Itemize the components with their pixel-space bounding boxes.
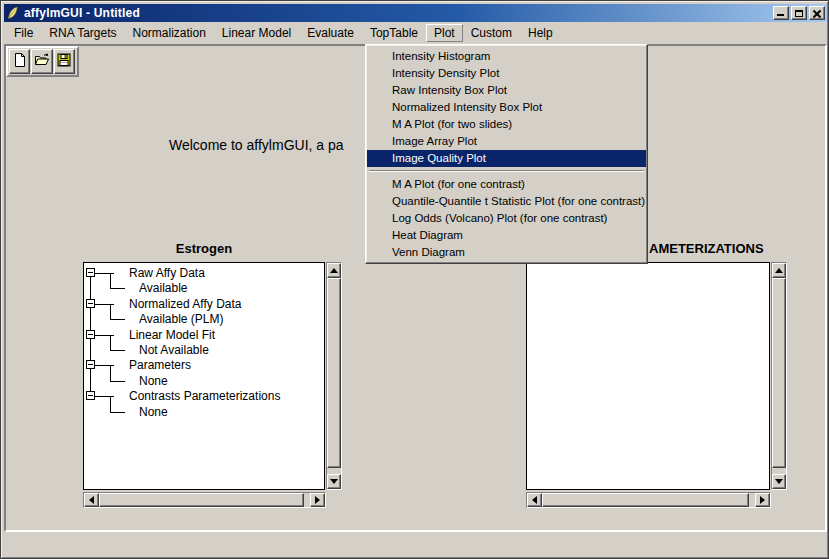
- menubar-item-rna-targets[interactable]: RNA Targets: [41, 24, 124, 42]
- tree-item-raw-affy-data[interactable]: Raw Affy Data: [129, 266, 205, 281]
- tree-item-status[interactable]: Not Available: [139, 343, 209, 358]
- menubar-item-normalization[interactable]: Normalization: [125, 24, 214, 42]
- arrow-left-icon: [532, 496, 537, 504]
- tree-line: [95, 304, 114, 305]
- arrow-up-icon: [330, 268, 338, 273]
- menu-bar: FileRNA TargetsNormalizationLinear Model…: [4, 22, 827, 44]
- app-window: affylmGUI - Untitled FileRNA TargetsNorm…: [0, 0, 829, 559]
- tree-item-linear-model-fit[interactable]: Linear Model Fit: [129, 328, 215, 343]
- tree-collapse-toggle[interactable]: [86, 299, 95, 308]
- plot-menu-item-venn-diagram[interactable]: Venn Diagram: [367, 244, 646, 261]
- tree-line: [95, 335, 114, 336]
- scroll-up-button[interactable]: [772, 263, 786, 278]
- menubar-item-custom[interactable]: Custom: [463, 24, 520, 42]
- left-panel-vertical-scrollbar[interactable]: [326, 262, 342, 490]
- plot-menu-item-log-odds-volcano-plot-for-one-contrast[interactable]: Log Odds (Volcano) Plot (for one contras…: [367, 210, 646, 227]
- save-file-icon: [56, 52, 72, 72]
- tree-collapse-toggle[interactable]: [86, 391, 95, 400]
- plot-menu-item-m-a-plot-for-two-slides[interactable]: M A Plot (for two slides): [367, 116, 646, 133]
- plot-menu-item-raw-intensity-box-plot[interactable]: Raw Intensity Box Plot: [367, 82, 646, 99]
- plot-menu-item-quantile-quantile-t-statistic-plot-for-one-contrast[interactable]: Quantile-Quantile t Statistic Plot (for …: [367, 193, 646, 210]
- scrollbar-thumb[interactable]: [99, 493, 304, 507]
- scroll-left-button[interactable]: [84, 493, 99, 507]
- open-file-button[interactable]: [31, 49, 52, 74]
- scroll-down-button[interactable]: [772, 474, 786, 489]
- left-panel-title: Estrogen: [83, 241, 325, 256]
- tree-line: [95, 365, 114, 366]
- tree-item-normalized-affy-data[interactable]: Normalized Affy Data: [129, 297, 242, 312]
- menubar-item-evaluate[interactable]: Evaluate: [299, 24, 362, 42]
- tree-collapse-toggle[interactable]: [86, 268, 95, 277]
- scroll-up-button[interactable]: [327, 263, 341, 278]
- plot-menu-item-image-quality-plot[interactable]: Image Quality Plot: [367, 150, 646, 167]
- scrollbar-thumb[interactable]: [772, 278, 786, 468]
- tree-line: [110, 365, 111, 381]
- plot-menu-item-intensity-density-plot[interactable]: Intensity Density Plot: [367, 65, 646, 82]
- tree-line: [110, 412, 125, 413]
- maximize-button[interactable]: [791, 6, 807, 20]
- right-panel-vertical-scrollbar[interactable]: [771, 262, 787, 490]
- plot-menu-item-heat-diagram[interactable]: Heat Diagram: [367, 227, 646, 244]
- window-controls: [771, 6, 825, 20]
- status-tree[interactable]: Raw Affy DataAvailableNormalized Affy Da…: [83, 262, 325, 490]
- arrow-down-icon: [330, 479, 338, 484]
- arrow-right-icon: [315, 496, 320, 504]
- right-panel-horizontal-scrollbar[interactable]: [526, 492, 771, 508]
- window-title: affylmGUI - Untitled: [24, 6, 140, 20]
- scrollbar-thumb[interactable]: [327, 278, 341, 468]
- tree-line: [95, 273, 114, 274]
- tree-line: [110, 273, 111, 288]
- left-panel-horizontal-scrollbar[interactable]: [83, 492, 326, 508]
- plot-menu-item-normalized-intensity-box-plot[interactable]: Normalized Intensity Box Plot: [367, 99, 646, 116]
- open-file-icon: [34, 52, 50, 72]
- save-file-button[interactable]: [54, 49, 75, 74]
- contrasts-list[interactable]: [526, 262, 770, 490]
- close-button[interactable]: [809, 6, 825, 20]
- scroll-left-button[interactable]: [527, 493, 542, 507]
- arrow-down-icon: [775, 479, 783, 484]
- tree-item-status[interactable]: Available: [139, 281, 187, 296]
- tree-line: [95, 396, 114, 397]
- tree-item-status[interactable]: None: [139, 405, 168, 420]
- tree-line: [110, 288, 125, 289]
- minimize-icon: [777, 14, 784, 16]
- tree-line: [110, 335, 111, 350]
- arrow-right-icon: [760, 496, 765, 504]
- right-panel-title: AMETERIZATIONS: [649, 241, 764, 256]
- tree-item-status[interactable]: None: [139, 374, 168, 389]
- arrow-up-icon: [775, 268, 783, 273]
- tree-item-contrasts-parameterizations[interactable]: Contrasts Parameterizations: [129, 389, 280, 404]
- menubar-item-plot[interactable]: Plot: [426, 24, 463, 42]
- tree-line: [110, 381, 125, 382]
- scroll-down-button[interactable]: [327, 474, 341, 489]
- menubar-item-toptable[interactable]: TopTable: [362, 24, 426, 42]
- tree-line: [110, 319, 125, 320]
- plot-menu-item-m-a-plot-for-one-contrast[interactable]: M A Plot (for one contrast): [367, 176, 646, 193]
- welcome-text: Welcome to affylmGUI, a pa: [169, 137, 344, 153]
- arrow-left-icon: [89, 496, 94, 504]
- scroll-right-button[interactable]: [310, 493, 325, 507]
- menubar-item-file[interactable]: File: [6, 24, 41, 42]
- tree-item-parameters[interactable]: Parameters: [129, 358, 191, 373]
- new-file-button[interactable]: [9, 49, 30, 74]
- scroll-right-button[interactable]: [755, 493, 770, 507]
- menubar-item-linear-model[interactable]: Linear Model: [214, 24, 299, 42]
- menubar-item-help[interactable]: Help: [520, 24, 561, 42]
- plot-menu-dropdown: Intensity HistogramIntensity Density Plo…: [365, 44, 648, 264]
- new-file-icon: [12, 52, 28, 72]
- plot-menu-item-image-array-plot[interactable]: Image Array Plot: [367, 133, 646, 150]
- maximize-icon: [795, 10, 803, 17]
- close-icon: [812, 9, 822, 18]
- toolbar: [6, 46, 79, 77]
- plot-menu-item-intensity-histogram[interactable]: Intensity Histogram: [367, 48, 646, 65]
- scrollbar-thumb[interactable]: [542, 493, 749, 507]
- feather-icon: [6, 6, 20, 20]
- minimize-button[interactable]: [773, 6, 789, 20]
- tree-collapse-toggle[interactable]: [86, 360, 95, 369]
- tree-line: [110, 304, 111, 319]
- tree-line: [110, 396, 111, 412]
- tree-collapse-toggle[interactable]: [86, 330, 95, 339]
- tree-item-status[interactable]: Available (PLM): [139, 312, 223, 327]
- title-bar[interactable]: affylmGUI - Untitled: [4, 4, 827, 22]
- menu-separator: [369, 170, 644, 172]
